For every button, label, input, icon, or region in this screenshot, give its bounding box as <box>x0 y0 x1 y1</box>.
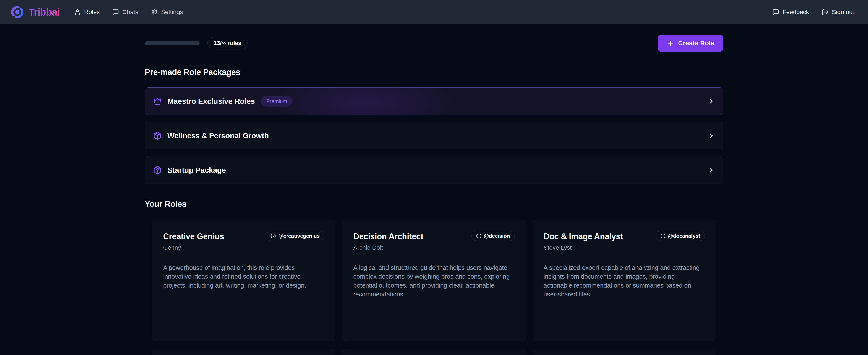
log-out-icon <box>822 9 829 16</box>
package-card-wellness-personal-growth[interactable]: Wellness & Personal Growth <box>145 122 723 149</box>
main-content: 13/∞ roles Create Role Pre-made Role Pac… <box>145 35 723 355</box>
nav-item-chats[interactable]: Chats <box>112 9 138 16</box>
crown-icon <box>153 97 162 106</box>
info-icon <box>271 233 276 239</box>
role-handle-badge[interactable]: @docanalyst <box>655 231 705 241</box>
user-icon <box>74 9 81 16</box>
role-title: Creative Genius <box>163 232 224 241</box>
app-root: Tribbai Roles Chats Settings <box>0 0 868 355</box>
role-subtitle: Archie Doit <box>353 244 515 251</box>
role-handle-badge[interactable]: @decision <box>471 231 515 241</box>
package-icon <box>153 131 162 140</box>
role-title: Decision Architect <box>353 232 423 241</box>
package-title: Maestro Exclusive Roles <box>167 97 255 106</box>
roles-toolbar: 13/∞ roles Create Role <box>145 35 723 52</box>
role-card-header: Doc & Image Analyst @docanalyst <box>544 231 705 241</box>
role-handle: @decision <box>484 233 510 239</box>
feedback-bubble-icon <box>772 9 779 16</box>
chat-bubble-icon <box>112 9 119 16</box>
chevron-right-icon <box>708 132 715 139</box>
nav-item-settings[interactable]: Settings <box>151 9 183 16</box>
role-handle: @creativegenius <box>278 233 320 239</box>
package-icon <box>153 166 162 175</box>
role-card-partial[interactable] <box>152 349 336 355</box>
roles-count-badge: 13/∞ roles <box>208 37 248 49</box>
role-description: A specialized expert capable of analyzin… <box>544 263 705 299</box>
role-card-header: Creative Genius @creativegenius <box>163 231 324 241</box>
feedback-button[interactable]: Feedback <box>772 9 809 16</box>
role-subtitle: Steve Lyst <box>544 244 705 251</box>
nav-right: Feedback Sign out <box>772 9 854 16</box>
package-card-startup-package[interactable]: Startup Package <box>145 156 723 184</box>
package-title: Wellness & Personal Growth <box>167 131 269 140</box>
role-card-creative-genius[interactable]: Creative Genius @creativegenius Genny A … <box>152 219 336 341</box>
create-role-button[interactable]: Create Role <box>658 35 723 52</box>
packages-section-title: Pre-made Role Packages <box>145 68 723 77</box>
primary-nav: Roles Chats Settings <box>74 9 183 16</box>
info-icon <box>660 233 665 239</box>
package-title: Startup Package <box>167 166 226 175</box>
roles-grid: Creative Genius @creativegenius Genny A … <box>145 219 723 355</box>
roles-usage: 13/∞ roles <box>145 37 248 49</box>
role-card-partial[interactable] <box>532 349 716 355</box>
nav-item-roles[interactable]: Roles <box>74 9 100 16</box>
feedback-label: Feedback <box>782 9 809 16</box>
role-title: Doc & Image Analyst <box>544 232 623 241</box>
nav-item-label: Chats <box>122 9 138 16</box>
role-card-decision-architect[interactable]: Decision Architect @decision Archie Doit… <box>342 219 526 341</box>
package-card-maestro-exclusive-roles[interactable]: Maestro Exclusive Roles Premium <box>145 87 723 115</box>
role-description: A logical and structured guide that help… <box>353 263 515 299</box>
package-list: Maestro Exclusive Roles Premium Wellness… <box>145 87 723 184</box>
sign-out-button[interactable]: Sign out <box>822 9 854 16</box>
role-description: A powerhouse of imagination, this role p… <box>163 263 324 290</box>
roles-progress-bar <box>145 41 200 45</box>
gear-icon <box>151 9 158 16</box>
premium-badge: Premium <box>261 96 292 107</box>
tribbai-logo-icon <box>10 5 24 19</box>
create-role-label: Create Role <box>678 39 714 47</box>
chevron-right-icon <box>708 167 715 174</box>
info-icon <box>476 233 482 239</box>
role-handle: @docanalyst <box>668 233 700 239</box>
your-roles-section-title: Your Roles <box>145 199 723 209</box>
role-card-header: Decision Architect @decision <box>353 231 515 241</box>
top-navigation-bar: Tribbai Roles Chats Settings <box>0 0 868 24</box>
role-handle-badge[interactable]: @creativegenius <box>266 231 324 241</box>
nav-item-label: Roles <box>84 9 100 16</box>
role-subtitle: Genny <box>163 244 324 251</box>
chevron-right-icon <box>708 97 715 105</box>
role-card-partial[interactable] <box>342 349 526 355</box>
plus-icon <box>667 39 674 47</box>
nav-item-label: Settings <box>161 9 183 16</box>
sign-out-label: Sign out <box>832 9 854 16</box>
brand-name: Tribbai <box>29 6 60 18</box>
role-card-doc-image-analyst[interactable]: Doc & Image Analyst @docanalyst Steve Ly… <box>532 219 716 341</box>
brand[interactable]: Tribbai <box>10 5 60 19</box>
